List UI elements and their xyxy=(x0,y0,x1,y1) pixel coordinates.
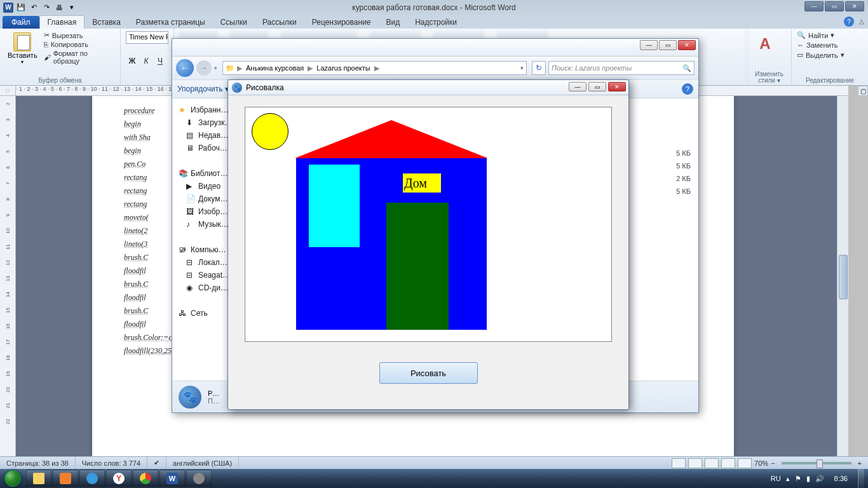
qat-redo-icon[interactable]: ↷ xyxy=(41,2,52,13)
drawing-canvas: Дом xyxy=(245,107,612,342)
format-painter-button[interactable]: 🖌 Формат по образцу xyxy=(44,50,115,65)
underline-button[interactable]: Ч xyxy=(154,55,166,67)
app-titlebar[interactable]: 🐾 Рисовалка — ▭ ✕ xyxy=(228,80,628,95)
word-minimize-button[interactable]: — xyxy=(804,1,824,11)
tab-addins[interactable]: Надстройки xyxy=(407,16,465,29)
status-language[interactable]: английский (США) xyxy=(166,457,239,469)
tab-insert[interactable]: Вставка xyxy=(85,16,128,29)
app-maximize-button[interactable]: ▭ xyxy=(588,82,606,92)
taskbar-explorer-button[interactable] xyxy=(26,470,51,487)
zoom-value[interactable]: 70% xyxy=(754,459,768,467)
editing-group: 🔍 Найти ▾ ↔ Заменить ▭ Выделить ▾ Редакт… xyxy=(792,29,868,85)
tray-arrow-icon[interactable]: ▴ xyxy=(786,475,790,483)
refresh-button[interactable]: ↻ xyxy=(532,61,546,75)
cut-button[interactable]: ✂ Вырезать xyxy=(44,31,115,39)
qat-dropdown-icon[interactable]: ▾ xyxy=(66,2,78,13)
view-outline-button[interactable] xyxy=(721,458,735,468)
word-maximize-button[interactable]: ▭ xyxy=(825,1,844,11)
taskbar-media-button[interactable] xyxy=(53,470,78,487)
tab-home[interactable]: Главная xyxy=(39,15,85,29)
view-web-button[interactable] xyxy=(705,458,719,468)
explorer-minimize-button[interactable]: — xyxy=(640,40,658,50)
tray-clock[interactable]: 8:36 xyxy=(829,475,853,482)
app-close-button[interactable]: ✕ xyxy=(608,82,626,92)
view-reading-button[interactable] xyxy=(688,458,702,468)
word-icon[interactable]: W xyxy=(3,2,14,13)
drawing-app-window: 🐾 Рисовалка — ▭ ✕ Дом Рисовать xyxy=(227,79,629,410)
breadcrumb-item[interactable]: Lazarus проекты xyxy=(315,64,371,72)
taskbar-yandex-button[interactable]: Y xyxy=(106,470,132,487)
replace-button[interactable]: ↔ Заменить xyxy=(797,41,863,49)
tab-references[interactable]: Ссылки xyxy=(213,16,255,29)
network-icon: 🖧 xyxy=(179,309,187,318)
paste-icon xyxy=(13,32,31,51)
paste-button[interactable]: Вставить ▾ xyxy=(5,31,40,66)
explorer-close-button[interactable]: ✕ xyxy=(678,40,696,50)
nav-back-button[interactable]: ← xyxy=(176,59,194,77)
door-shape xyxy=(386,203,449,330)
explorer-help-icon[interactable]: ? xyxy=(682,83,693,95)
find-button[interactable]: 🔍 Найти ▾ xyxy=(797,31,863,39)
word-icon: W xyxy=(166,473,178,484)
roof-shape xyxy=(295,120,488,158)
bold-button[interactable]: Ж xyxy=(126,55,139,67)
details-name: Р… xyxy=(208,390,220,397)
explorer-search-input[interactable]: Поиск: Lazarus проекты 🔍 xyxy=(548,61,695,75)
italic-button[interactable]: К xyxy=(140,55,153,67)
ruler-toggle-icon[interactable]: ▢ xyxy=(858,86,868,96)
copy-button[interactable]: ⎘ Копировать xyxy=(44,41,115,48)
explorer-maximize-button[interactable]: ▭ xyxy=(659,40,677,50)
ruler-corner[interactable]: □ xyxy=(0,86,16,96)
qat-save-icon[interactable]: 💾 xyxy=(15,2,27,13)
status-words[interactable]: Число слов: 3 774 xyxy=(76,457,147,469)
vertical-scrollbar[interactable] xyxy=(837,96,848,458)
help-icon[interactable]: ? xyxy=(844,17,854,27)
file-size: 5 КБ xyxy=(676,149,691,157)
file-tab[interactable]: Файл xyxy=(3,16,39,29)
explorer-titlebar[interactable]: — ▭ ✕ xyxy=(172,39,698,57)
tab-mailings[interactable]: Рассылки xyxy=(255,16,304,29)
search-icon: 🔍 xyxy=(682,64,691,72)
zoom-slider[interactable] xyxy=(782,462,851,464)
change-styles-button[interactable]: A xyxy=(752,31,778,57)
app-minimize-button[interactable]: — xyxy=(569,82,587,92)
tray-volume-icon[interactable]: 🔊 xyxy=(815,475,824,483)
vertical-ruler[interactable]: 234 567 8910 111213 141516 171819 202122 xyxy=(0,96,16,458)
organize-button[interactable]: Упорядочить ▾ xyxy=(177,85,229,93)
view-print-layout-button[interactable] xyxy=(672,458,686,468)
font-name-box[interactable]: Times New R xyxy=(126,31,168,44)
computer-icon: 🖳 xyxy=(179,245,187,254)
taskbar-lazarus-button[interactable] xyxy=(186,470,212,487)
tray-flag-icon[interactable]: ⚑ xyxy=(795,475,801,483)
quick-access-toolbar: W 💾 ↶ ↷ 🖶 ▾ xyxy=(0,2,78,13)
tab-view[interactable]: Вид xyxy=(378,16,407,29)
recent-icon: ▤ xyxy=(186,131,195,140)
tray-network-icon[interactable]: ▮ xyxy=(806,475,810,483)
taskbar-app-button[interactable] xyxy=(79,470,105,487)
taskbar-chrome-button[interactable] xyxy=(133,470,158,487)
hdd-icon: ⊟ xyxy=(186,258,195,267)
draw-button[interactable]: Рисовать xyxy=(379,362,478,384)
word-window-title: курсовая работа готовая.docx - Microsoft… xyxy=(352,3,515,12)
select-button[interactable]: ▭ Выделить ▾ xyxy=(797,51,863,59)
clipboard-group: Вставить ▾ ✂ Вырезать ⎘ Копировать 🖌 Фор… xyxy=(0,29,121,85)
zoom-in-button[interactable]: + xyxy=(858,459,862,467)
ribbon-collapse-icon[interactable]: △ xyxy=(859,18,864,25)
breadcrumb-item[interactable]: Анькина курсовая xyxy=(245,64,305,72)
tab-review[interactable]: Рецензирование xyxy=(304,16,379,29)
show-desktop-button[interactable] xyxy=(858,469,864,488)
qat-undo-icon[interactable]: ↶ xyxy=(28,2,39,13)
status-page[interactable]: Страница: 38 из 38 xyxy=(0,457,76,469)
qat-print-icon[interactable]: 🖶 xyxy=(53,2,65,13)
taskbar-word-button[interactable]: W xyxy=(159,470,185,487)
start-button[interactable] xyxy=(0,469,25,488)
nav-forward-button[interactable]: → xyxy=(196,60,212,76)
desktop-icon: 🖥 xyxy=(186,144,195,152)
word-close-button[interactable]: ✕ xyxy=(845,1,864,11)
view-draft-button[interactable] xyxy=(738,458,752,468)
tray-lang[interactable]: RU xyxy=(771,475,781,482)
address-bar[interactable]: 📁 ▶ Анькина курсовая ▶ Lazarus проекты ▶… xyxy=(222,61,527,75)
tab-layout[interactable]: Разметка страницы xyxy=(128,16,213,29)
status-proof-icon[interactable]: ✔ xyxy=(147,457,166,469)
zoom-out-button[interactable]: − xyxy=(771,459,775,467)
